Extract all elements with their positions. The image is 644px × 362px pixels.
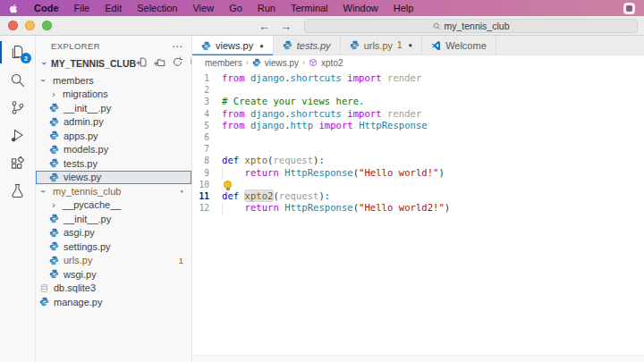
- activity-source-control-icon[interactable]: [0, 94, 35, 122]
- code-token: [222, 202, 245, 213]
- apple-menu-icon[interactable]: [9, 3, 19, 14]
- menu-item-view[interactable]: View: [192, 3, 214, 13]
- code-line-1[interactable]: 1from django.shortcuts import render: [192, 72, 644, 84]
- back-icon[interactable]: ←: [258, 20, 270, 33]
- tree-item-admin-py[interactable]: admin.py: [36, 115, 191, 130]
- tree-item-db-sqlite3[interactable]: db.sqlite3: [36, 282, 191, 296]
- code-token: http: [291, 120, 314, 130]
- extensions-icon: [9, 155, 26, 172]
- forward-icon[interactable]: →: [280, 20, 292, 33]
- menu-items: CodeFileEditSelectionViewGoRunTerminalWi…: [34, 3, 413, 13]
- activity-search-icon[interactable]: [0, 66, 35, 94]
- code-line-5[interactable]: 5from django.http import HttpResponse: [192, 120, 644, 131]
- menu-item-code[interactable]: Code: [34, 3, 59, 13]
- explorer-sidebar: EXPLORER ⋯ › MY_TENNIS_CLUB ›members›mig…: [36, 36, 192, 362]
- tree-item-pycache[interactable]: ›__pycache__: [36, 198, 191, 213]
- python-file-icon: [49, 173, 59, 182]
- activity-debug-icon[interactable]: [0, 122, 35, 149]
- tree-item-my-tennis-club[interactable]: ›my_tennis_club●: [36, 184, 191, 198]
- tab-welcome[interactable]: Welcome: [422, 36, 496, 55]
- activity-extensions-icon[interactable]: [0, 149, 35, 177]
- dirty-dot-icon[interactable]: ●: [409, 41, 413, 49]
- code-line-6[interactable]: 6: [192, 131, 644, 143]
- code-line-8[interactable]: 8def xpto(request):: [192, 155, 644, 166]
- tree-item-asgi-py[interactable]: asgi.py: [36, 226, 191, 240]
- tree-item-members[interactable]: ›members: [36, 73, 191, 88]
- code-line-10[interactable]: 10: [192, 179, 644, 190]
- code-token: from: [222, 120, 250, 130]
- shield-icon[interactable]: [623, 3, 635, 14]
- code-line-9[interactable]: 9 return HttpResponse("Hello world!"): [192, 167, 644, 179]
- breadcrumb-item-members[interactable]: members: [205, 58, 242, 68]
- line-content: from django.http import HttpResponse: [222, 120, 428, 131]
- close-button[interactable]: [8, 21, 18, 30]
- workspace-section-header[interactable]: › MY_TENNIS_CLUB: [36, 55, 191, 72]
- activity-files-icon[interactable]: 2: [0, 38, 35, 66]
- beaker-icon: [9, 182, 26, 199]
- activity-beaker-icon[interactable]: [0, 177, 35, 205]
- breadcrumb-item-views-py[interactable]: views.py: [252, 58, 299, 68]
- code-line-3[interactable]: 3# Create your views here.: [192, 96, 644, 107]
- breadcrumb-item-xpto2[interactable]: xpto2: [309, 58, 343, 68]
- tree-item-label: views.py: [64, 172, 101, 182]
- tree-item-manage-py[interactable]: manage.py: [36, 295, 191, 309]
- tree-item-tests-py[interactable]: tests.py: [36, 156, 191, 171]
- tree-item-init-py[interactable]: __init__.py: [36, 101, 191, 115]
- menu-item-file[interactable]: File: [74, 3, 90, 13]
- tab-views-py[interactable]: views.py●: [192, 36, 274, 55]
- code-token: ):: [318, 190, 330, 201]
- tree-item-init-py[interactable]: __init__.py: [36, 212, 191, 226]
- workspace-name: MY_TENNIS_CLUB: [51, 58, 136, 69]
- code-token: def: [222, 155, 245, 165]
- tree-item-wsgi-py[interactable]: wsgi.py: [36, 267, 191, 282]
- refresh-icon[interactable]: [172, 56, 183, 70]
- menu-item-run[interactable]: Run: [258, 3, 275, 13]
- tree-item-label: __init__.py: [64, 103, 111, 114]
- code-token: from: [222, 72, 250, 83]
- menu-item-selection[interactable]: Selection: [137, 3, 177, 13]
- code-line-7[interactable]: 7: [192, 143, 644, 155]
- lightbulb-icon[interactable]: [224, 181, 232, 189]
- code-line-11[interactable]: 11def xpto2(request):: [192, 190, 644, 202]
- chevron-down-icon: ›: [38, 187, 49, 196]
- code-line-4[interactable]: 4from django.shortcuts import render: [192, 108, 644, 120]
- tab-bar-filler: [496, 36, 644, 55]
- breadcrumb-separator-icon: ›: [246, 58, 249, 67]
- tree-item-models-py[interactable]: models.py: [36, 143, 191, 157]
- dirty-dot-icon[interactable]: ●: [259, 42, 264, 50]
- new-file-icon[interactable]: [136, 56, 148, 70]
- code-token: return: [245, 167, 285, 178]
- tree-item-label: models.py: [64, 144, 108, 155]
- tab-urls-py[interactable]: urls.py1●: [341, 36, 423, 55]
- python-file-icon: [283, 40, 292, 50]
- more-actions-icon[interactable]: ⋯: [172, 43, 182, 50]
- source-control-icon: [9, 99, 26, 116]
- tree-item-apps-py[interactable]: apps.py: [36, 129, 191, 143]
- tree-item-label: admin.py: [64, 116, 104, 127]
- tree-item-migrations[interactable]: ›migrations: [36, 88, 191, 102]
- breadcrumb[interactable]: members›views.py›xpto2: [192, 55, 644, 70]
- minimize-button[interactable]: [25, 21, 35, 30]
- line-number: 10: [192, 179, 222, 190]
- tree-item-urls-py[interactable]: urls.py1: [36, 254, 191, 268]
- menu-item-help[interactable]: Help: [394, 3, 414, 13]
- menu-item-terminal[interactable]: Terminal: [291, 3, 328, 13]
- code-line-12[interactable]: 12 return HttpResponse("Hello world2!"): [192, 202, 644, 214]
- zoom-button[interactable]: [42, 21, 52, 30]
- tab-tests-py[interactable]: tests.py: [274, 36, 341, 55]
- menu-item-window[interactable]: Window: [343, 3, 378, 13]
- code-editor[interactable]: 1from django.shortcuts import render23# …: [192, 70, 644, 355]
- tree-item-settings-py[interactable]: settings.py: [36, 240, 191, 254]
- code-token: xpto2: [245, 190, 274, 201]
- menu-item-go[interactable]: Go: [229, 3, 242, 13]
- menu-item-edit[interactable]: Edit: [105, 3, 122, 13]
- tree-item-label: tests.py: [64, 158, 97, 169]
- command-center-search[interactable]: my_tennis_club: [304, 19, 638, 33]
- code-token: HttpResponse: [359, 120, 428, 130]
- new-folder-icon[interactable]: [154, 56, 165, 70]
- line-content: [222, 179, 230, 190]
- chevron-down-icon: ›: [39, 59, 50, 68]
- tree-item-views-py[interactable]: views.py: [36, 171, 191, 185]
- python-file-icon: [49, 130, 59, 140]
- code-line-2[interactable]: 2: [192, 84, 644, 96]
